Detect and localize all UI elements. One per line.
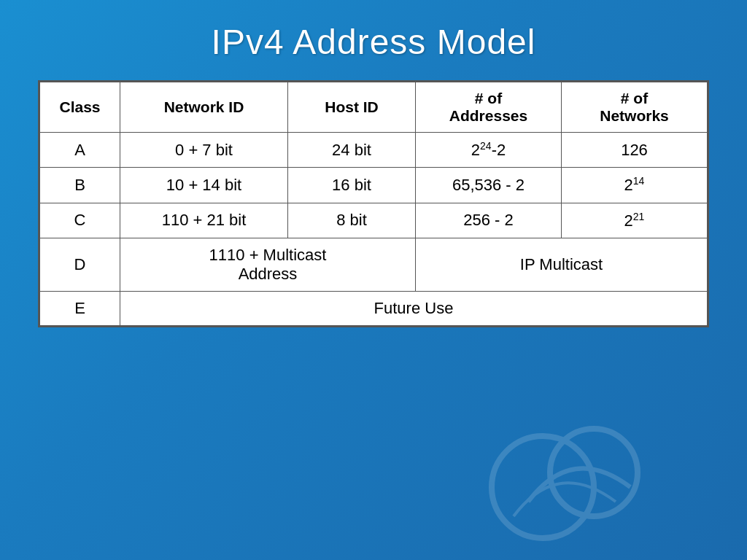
header-class: Class [40, 82, 120, 133]
networks-a: 126 [562, 133, 708, 168]
networks-b: 214 [562, 168, 708, 203]
class-c: C [40, 203, 120, 238]
host-id-a: 24 bit [288, 133, 416, 168]
class-d: D [40, 238, 120, 291]
header-network-id: Network ID [120, 82, 288, 133]
content-e: Future Use [120, 291, 708, 325]
addresses-c: 256 - 2 [416, 203, 562, 238]
network-id-d: 1110 + MulticastAddress [120, 238, 416, 291]
header-host-id: Host ID [288, 82, 416, 133]
addresses-d: IP Multicast [416, 238, 708, 291]
class-b: B [40, 168, 120, 203]
ipv4-table: Class Network ID Host ID # ofAddresses #… [39, 82, 708, 326]
header-num-addresses: # ofAddresses [416, 82, 562, 133]
svg-point-1 [550, 429, 638, 516]
ipv4-table-container: Class Network ID Host ID # ofAddresses #… [38, 80, 709, 327]
background-decoration [484, 400, 703, 545]
table-row: B 10 + 14 bit 16 bit 65,536 - 2 214 [40, 168, 708, 203]
networks-c: 221 [562, 203, 708, 238]
svg-point-0 [492, 436, 594, 538]
host-id-b: 16 bit [288, 168, 416, 203]
class-a: A [40, 133, 120, 168]
table-row: E Future Use [40, 291, 708, 325]
network-id-c: 110 + 21 bit [120, 203, 288, 238]
class-e: E [40, 291, 120, 325]
table-row: A 0 + 7 bit 24 bit 224-2 126 [40, 133, 708, 168]
page-title: IPv4 Address Model [212, 22, 536, 62]
network-id-b: 10 + 14 bit [120, 168, 288, 203]
header-num-networks: # ofNetworks [562, 82, 708, 133]
table-header-row: Class Network ID Host ID # ofAddresses #… [40, 82, 708, 133]
addresses-a: 224-2 [416, 133, 562, 168]
host-id-c: 8 bit [288, 203, 416, 238]
table-row: D 1110 + MulticastAddress IP Multicast [40, 238, 708, 291]
network-id-a: 0 + 7 bit [120, 133, 288, 168]
table-row: C 110 + 21 bit 8 bit 256 - 2 221 [40, 203, 708, 238]
addresses-b: 65,536 - 2 [416, 168, 562, 203]
